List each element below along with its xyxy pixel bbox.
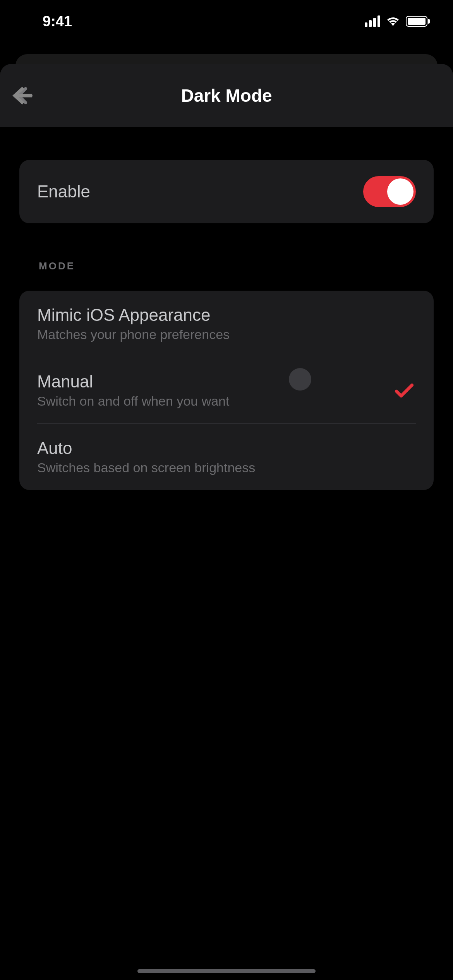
battery-icon [406,16,430,27]
mode-option-manual[interactable]: Manual Switch on and off when you want [37,357,416,424]
page-header: Dark Mode [0,64,453,127]
mode-text: Manual Switch on and off when you want [37,372,393,409]
toggle-knob [387,178,414,205]
status-icons [365,15,430,27]
mode-option-mimic[interactable]: Mimic iOS Appearance Matches your phone … [37,291,416,357]
mode-title: Manual [37,372,393,391]
status-bar: 9:41 [0,0,453,43]
mode-title: Auto [37,439,416,458]
mode-text: Auto Switches based on screen brightness [37,439,416,475]
mode-title: Mimic iOS Appearance [37,305,416,325]
status-time: 9:41 [43,13,72,30]
wifi-icon [386,16,400,27]
mode-subtitle: Switches based on screen brightness [37,460,416,475]
mode-subtitle: Matches your phone preferences [37,327,416,342]
enable-toggle[interactable] [363,176,416,207]
page-title: Dark Mode [181,85,272,106]
mode-text: Mimic iOS Appearance Matches your phone … [37,305,416,342]
mode-list: Mimic iOS Appearance Matches your phone … [19,291,434,490]
content: Enable MODE Mimic iOS Appearance Matches… [0,127,453,490]
enable-label: Enable [37,182,90,201]
back-button[interactable] [8,80,39,111]
mode-section-header: MODE [39,260,434,272]
home-indicator [137,969,316,973]
check-icon [393,379,416,402]
enable-card: Enable [19,160,434,223]
arrow-left-icon [12,86,35,106]
cellular-icon [365,15,380,27]
mode-option-auto[interactable]: Auto Switches based on screen brightness [37,424,416,490]
mode-subtitle: Switch on and off when you want [37,394,393,409]
